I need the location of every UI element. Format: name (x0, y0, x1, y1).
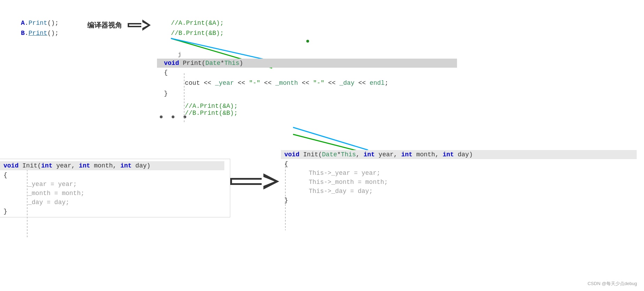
month-p2: month, (412, 151, 442, 158)
day-var: _day (339, 80, 354, 87)
print-signature-line: void Print(Date*This) (157, 59, 457, 68)
cout-line: cout << _year << "-" << _month << "-" <<… (157, 80, 471, 87)
comment-b-line: //B.Print(&B); (171, 28, 224, 38)
date-type2: Date (322, 151, 337, 158)
call-b-line: B.Print(); (21, 28, 59, 38)
comment-a2-line: //A.Print(&A); (157, 103, 471, 110)
year-p: year, (52, 162, 79, 169)
label-text: 编译器视角 (87, 21, 122, 30)
op1: << (234, 80, 249, 87)
init-right-brace: { (281, 161, 637, 167)
main-container: A.Print(); B.Print(); 编译器视角 //A.Print(&A… (0, 0, 644, 291)
watermark: CSDN @每天少点debug (587, 281, 637, 287)
init-void: void (3, 162, 18, 169)
compiler-perspective-label: 编译器视角 (87, 18, 151, 32)
int-day2: int (443, 151, 454, 158)
int-year2: int (364, 151, 375, 158)
month-p: month, (90, 162, 120, 169)
comment-a-line: //A.Print(&A); (171, 18, 224, 28)
op2: << (260, 80, 275, 87)
cout-text: cout << (185, 80, 215, 87)
this-month-assign: This->_month = month; (281, 179, 637, 186)
top-right-comments: //A.Print(&A); //B.Print(&B); (171, 18, 224, 38)
year-assign-line: _year = year; (0, 181, 224, 188)
star1: * (220, 60, 224, 67)
space1: Print( (183, 60, 205, 67)
svg-rect-4 (230, 179, 263, 184)
paren-close: ) (239, 60, 243, 67)
this-param: This (224, 60, 239, 67)
brace-open: { (157, 69, 471, 76)
day-p: day) (132, 162, 150, 169)
comment-a2-text: //A.Print(&A); (185, 103, 238, 110)
semi1: ; (385, 80, 389, 87)
svg-marker-5 (263, 174, 279, 188)
call-a-line: A.Print(); (21, 18, 59, 28)
svg-point-7 (306, 40, 309, 43)
print-b: Print (29, 30, 47, 37)
this-day-assign: This->_day = day; (281, 188, 637, 195)
int-month: int (79, 162, 90, 169)
init-fn: Init( (22, 162, 41, 169)
brace-close: } (157, 90, 471, 97)
init-left-panel: void Init(int year, int month, int day) … (0, 159, 230, 217)
init-right-close-brace: } (281, 197, 637, 204)
print-a: Print (29, 20, 47, 27)
dash1: "-" (249, 80, 260, 87)
comment-b-text: //B.Print(&B); (171, 30, 224, 37)
year-p2: year, (375, 151, 401, 158)
print-function-block: j void Print(Date*This) { cout << _year … (157, 52, 471, 117)
op5: << (354, 80, 369, 87)
this-year-assign: This->_year = year; (281, 170, 637, 177)
init-r-void: void (284, 151, 299, 158)
paren1: (); (47, 20, 59, 27)
init-left-brace: { (0, 172, 224, 179)
year-var: _year (215, 80, 234, 87)
init-left-signature: void Init(int year, int month, int day) (0, 161, 224, 170)
arrow-right-icon (127, 18, 151, 32)
int-year: int (41, 162, 52, 169)
op4: << (324, 80, 339, 87)
paren2: (); (47, 30, 59, 37)
month-assign-line: _month = month; (0, 190, 224, 197)
comma1: , (356, 151, 364, 158)
svg-line-3 (293, 127, 368, 150)
int-day: int (120, 162, 132, 169)
init-right-panel: void Init(Date*This, int year, int month… (281, 150, 637, 204)
svg-overlay (0, 0, 644, 291)
class-b: B (21, 30, 25, 37)
init-left-close-brace: } (0, 208, 224, 215)
day-p2: day) (454, 151, 473, 158)
svg-rect-6 (232, 181, 262, 182)
star2: * (337, 151, 341, 158)
this2: This (341, 151, 356, 158)
date-type: Date (205, 60, 220, 67)
init-right-signature: void Init(Date*This, int year, int month… (281, 150, 637, 159)
endl-var: endl (369, 80, 384, 87)
int-month2: int (401, 151, 412, 158)
op3: << (298, 80, 313, 87)
dash2: "-" (313, 80, 324, 87)
dot2: . (25, 30, 29, 37)
top-left-calls: A.Print(); B.Print(); (21, 18, 59, 38)
void-kw: void (164, 60, 179, 67)
comment-b2-line: //B.Print(&B); (157, 110, 471, 117)
day-assign-line: _day = day; (0, 199, 224, 206)
class-a: A (21, 20, 25, 27)
dot1: . (25, 20, 29, 27)
j-char: j (157, 52, 471, 58)
comment-a-text: //A.Print(&A); (171, 20, 224, 27)
comment-b2-text: //B.Print(&B); (185, 110, 238, 117)
init-r-fn: Init( (303, 151, 322, 158)
month-var: _month (275, 80, 298, 87)
